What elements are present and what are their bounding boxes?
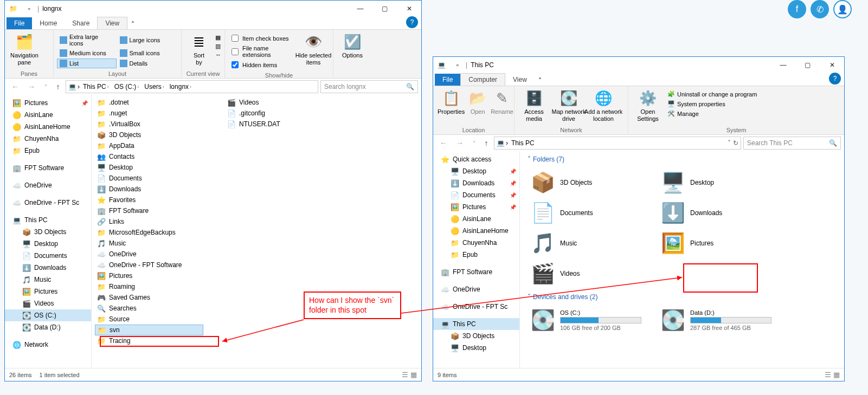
list-item[interactable]: 📁AppData <box>95 140 203 151</box>
tab-computer[interactable]: Computer <box>460 73 505 86</box>
list-item[interactable]: 📦3D Objects <box>95 129 203 140</box>
recent-dropdown-icon[interactable]: ˅ <box>41 80 50 94</box>
search-input[interactable]: Search longnx🔍 <box>320 80 418 93</box>
list-item[interactable]: 📁Source <box>95 314 203 325</box>
drive-tile[interactable]: 💽OS (C:)106 GB free of 200 GB <box>528 305 658 335</box>
close-button[interactable]: ✕ <box>820 57 844 73</box>
details-view-icon[interactable]: ☰ <box>825 371 831 379</box>
list-item[interactable]: ☁️OneDrive <box>95 249 203 260</box>
open-button[interactable]: 📂Open <box>468 89 487 116</box>
nav-item[interactable]: 📄Documents <box>5 250 91 262</box>
breadcrumb[interactable]: 💻› This PC ˅↻ <box>494 137 741 150</box>
list-item[interactable]: 🖥️Desktop <box>95 162 203 173</box>
up-button[interactable]: ↑ <box>481 136 492 150</box>
tab-view[interactable]: View <box>97 17 127 29</box>
tab-view[interactable]: View <box>505 74 535 86</box>
close-button[interactable]: ✕ <box>397 1 421 17</box>
title-bar[interactable]: 💻 ▫ | This PC — ▢ ✕ <box>433 57 844 73</box>
nav-item[interactable]: 🏢FPT Software <box>5 162 91 174</box>
list-item[interactable]: 🔗Links <box>95 216 203 227</box>
minimize-button[interactable]: — <box>348 1 372 17</box>
tab-file[interactable]: File <box>7 17 32 29</box>
list-item[interactable]: 🖼️Pictures <box>95 270 203 281</box>
sort-by-button[interactable]: ≣ Sort by <box>185 33 213 67</box>
folder-tile[interactable]: 🎵Music <box>528 228 658 258</box>
list-item[interactable]: 📄Documents <box>95 173 203 184</box>
nav-item[interactable]: ⬇️Downloads <box>5 262 91 274</box>
check-file-extensions[interactable]: File name extensions <box>228 44 295 59</box>
manage-link[interactable]: 🛠️Manage <box>666 109 758 118</box>
nav-item[interactable]: 🎬Videos <box>5 297 91 309</box>
collapse-ribbon-icon[interactable]: ˄ <box>127 21 138 28</box>
nav-item[interactable]: 🖥️Desktop📌 <box>433 165 519 177</box>
details-view-icon[interactable]: ☰ <box>402 371 408 379</box>
nav-item[interactable]: 🖼️Pictures <box>5 286 91 297</box>
list-item[interactable]: 🎬Videos <box>225 97 333 108</box>
rename-button[interactable]: ✎Rename <box>490 89 515 116</box>
nav-item[interactable]: 🟡AisinLaneHome <box>433 225 519 237</box>
content-pane[interactable]: ˅Folders (7) 📦3D Objects🖥️Desktop📄Docume… <box>520 151 844 368</box>
uninstall-link[interactable]: 🧩Uninstall or change a program <box>666 90 758 98</box>
nav-item[interactable]: 🟡AisinLane <box>433 213 519 225</box>
crumb[interactable]: OS (C:)› <box>112 83 142 90</box>
nav-item[interactable]: 💽OS (C:) <box>5 309 91 321</box>
nav-item[interactable]: 🌐Network <box>5 339 91 351</box>
nav-item[interactable]: 💻This PC <box>433 318 519 330</box>
maximize-button[interactable]: ▢ <box>795 57 820 73</box>
folder-tile[interactable]: 🎬Videos <box>528 258 658 289</box>
crumb[interactable]: longnx› <box>168 83 194 90</box>
list-item[interactable]: 🎮Saved Games <box>95 292 203 303</box>
layout-option[interactable]: List <box>57 59 117 68</box>
nav-item[interactable]: 📁ChuyenNha <box>433 237 519 249</box>
up-button[interactable]: ↑ <box>53 80 63 94</box>
list-item[interactable]: 📄.gitconfig <box>225 108 333 119</box>
layout-option[interactable]: Large icons <box>117 33 177 48</box>
nav-item[interactable]: ☁️OneDrive <box>433 283 519 295</box>
nav-item[interactable]: ☁️OneDrive - FPT Sc <box>433 301 519 313</box>
layout-option[interactable]: Details <box>117 59 177 68</box>
add-network-location-button[interactable]: 🌐Add a network location <box>587 89 620 123</box>
list-item[interactable]: ⭐Favorites <box>95 195 203 205</box>
list-item[interactable]: 📁.nuget <box>95 108 203 119</box>
layout-option[interactable]: Medium icons <box>57 48 117 58</box>
refresh-icon[interactable]: ↻ <box>733 139 738 147</box>
nav-item[interactable]: 💽Data (D:) <box>5 321 91 333</box>
nav-item[interactable]: 🟡AisinLane <box>5 109 91 121</box>
thumbnails-view-icon[interactable]: ▦ <box>410 371 417 379</box>
list-item[interactable]: 🎵Music <box>95 238 203 249</box>
folder-tile[interactable]: 🖼️Pictures <box>658 228 788 258</box>
file-list-pane[interactable]: 📁.dotnet📁.nuget📁.VirtualBox📦3D Objects📁A… <box>92 95 421 368</box>
thumbnails-view-icon[interactable]: ▦ <box>833 371 840 379</box>
nav-item[interactable]: ☁️OneDrive - FPT Sc <box>5 197 91 209</box>
nav-item[interactable]: 📦3D Objects <box>433 330 519 342</box>
nav-item[interactable]: 🟡AisinLaneHome <box>5 121 91 133</box>
maximize-button[interactable]: ▢ <box>372 1 397 17</box>
dropdown-icon[interactable]: ˅ <box>728 139 731 147</box>
nav-item[interactable]: 📁Epub <box>5 145 91 157</box>
hide-selected-button[interactable]: 👁️ Hide selected items <box>297 33 330 67</box>
layout-option[interactable]: Small icons <box>117 48 177 58</box>
breadcrumb[interactable]: 💻› This PC›OS (C:)›Users›longnx› <box>66 80 318 93</box>
list-item[interactable]: 📁.dotnet <box>95 97 203 108</box>
check-hidden-items[interactable]: Hidden items <box>228 59 295 70</box>
back-button[interactable]: ← <box>436 136 451 150</box>
add-columns-icon[interactable]: ▥ <box>215 43 221 50</box>
nav-item[interactable]: 🖥️Desktop <box>5 238 91 250</box>
options-button[interactable]: ☑️ Options <box>337 33 368 60</box>
recent-dropdown-icon[interactable]: ˅ <box>469 136 479 150</box>
folders-header[interactable]: ˅Folders (7) <box>528 156 837 163</box>
drive-tile[interactable]: 💽Data (D:)287 GB free of 465 GB <box>658 305 788 335</box>
title-bar[interactable]: 📁 ▫ | longnx — ▢ ✕ <box>5 1 421 17</box>
drives-header[interactable]: ˅Devices and drives (2) <box>528 293 837 301</box>
properties-button[interactable]: 📋Properties <box>436 89 466 116</box>
nav-item[interactable]: ⭐Quick access <box>433 153 519 165</box>
nav-item[interactable]: ☁️OneDrive <box>5 179 91 191</box>
nav-item[interactable]: 🎵Music <box>5 274 91 286</box>
crumb[interactable]: Users› <box>142 83 166 90</box>
folder-tile[interactable]: 📄Documents <box>528 198 658 228</box>
folder-tile[interactable]: ⬇️Downloads <box>658 198 788 228</box>
list-item[interactable]: 🔍Searches <box>95 303 203 314</box>
navigation-pane[interactable]: 🖼️Pictures📌🟡AisinLane🟡AisinLaneHome📁Chuy… <box>5 95 92 368</box>
list-item[interactable]: 📁.VirtualBox <box>95 119 203 129</box>
layout-option[interactable]: Extra large icons <box>57 33 117 48</box>
